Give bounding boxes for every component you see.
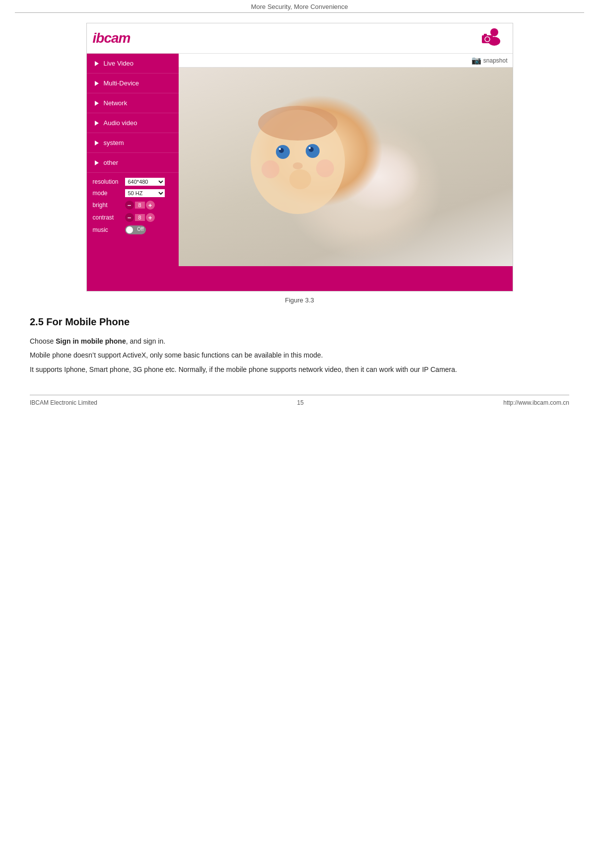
sidebar-label-other: other xyxy=(104,159,119,166)
svg-point-16 xyxy=(258,106,337,141)
arrow-icon-audio-video xyxy=(95,121,99,126)
snapshot-button[interactable]: 📷 snapshot xyxy=(471,56,508,65)
svg-point-12 xyxy=(293,162,303,169)
bright-label: bright xyxy=(93,202,125,209)
sidebar-label-live-video: Live Video xyxy=(104,60,133,67)
sidebar-controls: resolution 640*480 320*240 mode 50 HZ 60… xyxy=(87,173,179,243)
paragraph-3: It supports Iphone, Smart phone, 3G phon… xyxy=(30,364,569,375)
video-bottom-bar xyxy=(179,266,513,291)
svg-point-0 xyxy=(490,28,498,36)
sidebar-item-audio-video[interactable]: Audio video xyxy=(87,113,179,133)
section-heading: 2.5 For Mobile Phone xyxy=(30,316,569,328)
video-toolbar: 📷 snapshot xyxy=(179,54,513,68)
resolution-control: resolution 640*480 320*240 xyxy=(93,178,173,186)
paragraph-1-bold: Sign in mobile phone xyxy=(56,337,126,345)
sidebar-label-system: system xyxy=(104,139,124,146)
arrow-icon-live-video xyxy=(95,61,99,66)
contrast-plus-button[interactable]: + xyxy=(146,213,155,222)
contrast-value: 8 xyxy=(135,214,145,221)
svg-point-13 xyxy=(289,169,311,189)
video-feed xyxy=(179,68,513,266)
bright-minus-button[interactable]: − xyxy=(125,201,134,210)
arrow-icon-network xyxy=(95,101,99,106)
sidebar-item-other[interactable]: other xyxy=(87,153,179,173)
resolution-label: resolution xyxy=(93,178,125,185)
snapshot-label: snapshot xyxy=(483,57,508,64)
sidebar-item-multi-device[interactable]: Multi-Device xyxy=(87,73,179,93)
sidebar-label-network: Network xyxy=(104,99,128,107)
footer-left: IBCAM Electronic Limited xyxy=(30,399,97,406)
sidebar-item-network[interactable]: Network xyxy=(87,93,179,113)
contrast-label: contrast xyxy=(93,214,125,221)
music-toggle[interactable]: Off xyxy=(125,225,146,234)
camera-person-icon xyxy=(479,26,507,50)
camera-ui: ibcam Live Video xyxy=(86,23,513,291)
sidebar-label-audio-video: Audio video xyxy=(104,119,137,127)
mode-control: mode 50 HZ 60 HZ xyxy=(93,189,173,197)
contrast-control: contrast − 8 + xyxy=(93,213,173,222)
sidebar-item-system[interactable]: system xyxy=(87,133,179,153)
sidebar-item-live-video[interactable]: Live Video xyxy=(87,54,179,73)
paragraph-2: Mobile phone doesn’t support ActiveX, on… xyxy=(30,350,569,361)
footer-center: 15 xyxy=(297,399,303,406)
page-header: More Security, More Convenience xyxy=(0,0,599,13)
bright-plus-button[interactable]: + xyxy=(146,201,155,210)
camera-body: Live Video Multi-Device Network Audio vi… xyxy=(87,54,513,291)
mode-select[interactable]: 50 HZ 60 HZ xyxy=(125,189,165,197)
resolution-select[interactable]: 640*480 320*240 xyxy=(125,178,165,186)
mode-label: mode xyxy=(93,190,125,197)
svg-rect-4 xyxy=(484,34,487,36)
paragraph-1: Choose Sign in mobile phone, and sign in… xyxy=(30,336,569,347)
camera-top-bar: ibcam xyxy=(87,23,513,54)
svg-point-14 xyxy=(262,160,279,178)
music-label: music xyxy=(93,226,125,233)
camera-icon: 📷 xyxy=(471,56,481,65)
arrow-icon-multi-device xyxy=(95,81,99,86)
figure-caption: Figure 3.3 xyxy=(30,296,569,304)
contrast-minus-button[interactable]: − xyxy=(125,213,134,222)
bright-value: 8 xyxy=(135,202,145,209)
svg-point-11 xyxy=(309,147,311,149)
header-title: More Security, More Convenience xyxy=(251,3,348,10)
baby-image xyxy=(179,68,513,266)
music-control: music Off xyxy=(93,225,173,234)
arrow-icon-other xyxy=(95,160,99,165)
toggle-off-label: Off xyxy=(137,226,143,232)
sidebar-label-multi-device: Multi-Device xyxy=(104,79,139,87)
paragraph-1-suffix: , and sign in. xyxy=(126,337,165,345)
toggle-knob xyxy=(126,226,133,233)
svg-point-15 xyxy=(316,159,334,177)
svg-point-10 xyxy=(279,148,281,150)
main-content: ibcam Live Video xyxy=(0,13,599,416)
bright-control: bright − 8 + xyxy=(93,201,173,210)
video-area: 📷 snapshot xyxy=(179,54,513,291)
footer-right: http://www.ibcam.com.cn xyxy=(503,399,569,406)
sidebar: Live Video Multi-Device Network Audio vi… xyxy=(87,54,179,291)
ibcam-logo: ibcam xyxy=(93,30,131,46)
arrow-icon-system xyxy=(95,141,99,145)
page-footer: IBCAM Electronic Limited 15 http://www.i… xyxy=(30,395,569,406)
paragraph-1-prefix: Choose xyxy=(30,337,56,345)
